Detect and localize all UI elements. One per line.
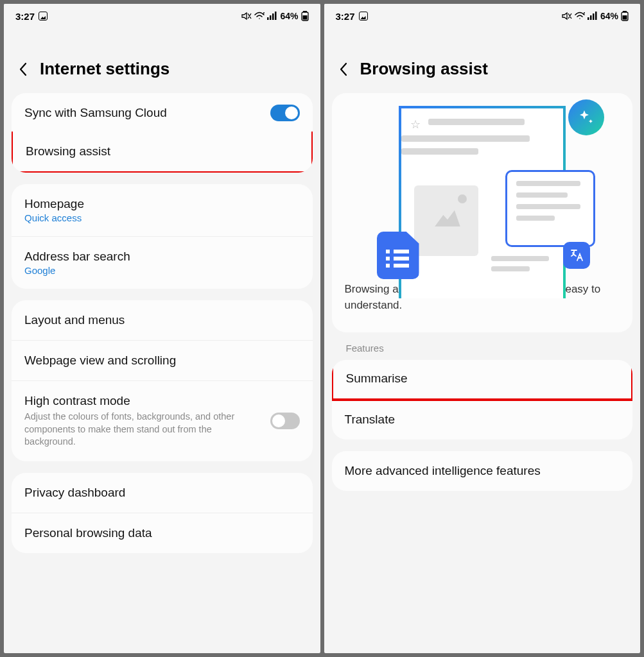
- features-header: Features: [332, 339, 633, 360]
- high-contrast-desc: Adjust the colours of fonts, backgrounds…: [24, 411, 236, 448]
- browsing-assist-row[interactable]: Browsing assist: [12, 132, 313, 173]
- more-features-label: More advanced intelligence features: [345, 464, 620, 478]
- webpage-view-label: Webpage view and scrolling: [24, 354, 300, 368]
- high-contrast-toggle[interactable]: [270, 413, 300, 429]
- summarise-label: Summarise: [346, 371, 619, 386]
- chevron-left-icon: [19, 62, 28, 76]
- sync-toggle[interactable]: [270, 105, 300, 121]
- svg-rect-12: [590, 15, 592, 20]
- wifi-icon: [254, 12, 265, 21]
- status-bar: 3:27 64%: [4, 4, 320, 28]
- homepage-label: Homepage: [24, 197, 300, 211]
- high-contrast-label: High contrast mode: [24, 394, 300, 408]
- status-time: 3:27: [15, 11, 35, 22]
- personal-row[interactable]: Personal browsing data: [12, 513, 313, 553]
- more-features-row[interactable]: More advanced intelligence features: [332, 451, 633, 491]
- translate-icon: [563, 242, 590, 269]
- illustration: ☆: [345, 99, 620, 273]
- battery-text: 64%: [600, 11, 618, 21]
- page-header: Internet settings: [4, 28, 320, 93]
- page-title: Browsing assist: [360, 59, 488, 79]
- privacy-label: Privacy dashboard: [24, 486, 300, 500]
- illustration-summary-panel: [505, 170, 595, 247]
- signal-icon: [587, 12, 598, 21]
- homepage-value: Quick access: [24, 212, 300, 223]
- translate-label: Translate: [345, 413, 620, 427]
- right-screenshot: 3:27 64% Browsing assist ☆: [324, 4, 641, 653]
- svg-rect-11: [587, 17, 589, 20]
- status-time: 3:27: [336, 11, 355, 22]
- settings-group-1: Sync with Samsung Cloud Browsing assist: [12, 93, 313, 173]
- more-group: More advanced intelligence features: [332, 451, 633, 491]
- svg-point-0: [263, 12, 265, 13]
- sync-label: Sync with Samsung Cloud: [24, 106, 300, 120]
- wifi-icon: [575, 12, 585, 21]
- settings-group-3: Layout and menus Webpage view and scroll…: [12, 300, 313, 461]
- document-icon: [377, 232, 419, 279]
- svg-rect-13: [593, 13, 595, 20]
- translate-row[interactable]: Translate: [332, 400, 633, 439]
- layout-row[interactable]: Layout and menus: [12, 300, 313, 340]
- signal-icon: [267, 12, 277, 21]
- personal-label: Personal browsing data: [24, 526, 300, 540]
- webpage-view-row[interactable]: Webpage view and scrolling: [12, 340, 313, 380]
- svg-point-9: [584, 12, 585, 13]
- back-button[interactable]: [336, 62, 351, 77]
- notification-image-icon: [39, 12, 48, 21]
- back-button[interactable]: [15, 62, 31, 77]
- homepage-row[interactable]: Homepage Quick access: [12, 184, 313, 236]
- privacy-row[interactable]: Privacy dashboard: [12, 473, 313, 513]
- address-bar-row[interactable]: Address bar search Google: [12, 236, 313, 289]
- svg-rect-5: [275, 12, 277, 20]
- address-bar-label: Address bar search: [24, 250, 300, 264]
- high-contrast-row[interactable]: High contrast mode Adjust the colours of…: [12, 380, 313, 461]
- status-bar: 3:27 64%: [324, 4, 641, 28]
- svg-rect-17: [623, 15, 627, 20]
- svg-rect-8: [302, 15, 307, 20]
- battery-text: 64%: [280, 11, 298, 21]
- sparkle-icon: [568, 99, 604, 135]
- address-bar-value: Google: [24, 265, 300, 276]
- notification-image-icon: [359, 12, 368, 21]
- mute-icon: [562, 12, 572, 21]
- svg-rect-2: [267, 17, 269, 20]
- left-screenshot: 3:27 64% Internet settings Sync with Sam…: [4, 4, 320, 653]
- star-icon: ☆: [410, 117, 421, 132]
- settings-group-2: Homepage Quick access Address bar search…: [12, 184, 313, 289]
- svg-rect-4: [272, 13, 274, 20]
- battery-icon: [621, 11, 629, 21]
- settings-group-4: Privacy dashboard Personal browsing data: [12, 473, 313, 553]
- sync-row[interactable]: Sync with Samsung Cloud: [12, 93, 313, 133]
- svg-point-1: [263, 13, 264, 15]
- svg-rect-14: [595, 12, 597, 20]
- browsing-assist-label: Browsing assist: [26, 144, 299, 158]
- summarise-row[interactable]: Summarise: [332, 360, 633, 401]
- page-title: Internet settings: [40, 59, 170, 79]
- page-header: Browsing assist: [324, 28, 641, 93]
- svg-point-10: [583, 13, 584, 15]
- mute-icon: [241, 12, 252, 21]
- feature-intro-card: ☆ Browsing assist makes content on web: [332, 93, 633, 332]
- chevron-left-icon: [339, 62, 348, 76]
- layout-label: Layout and menus: [24, 313, 300, 327]
- battery-icon: [301, 11, 309, 21]
- features-group: Summarise Translate: [332, 360, 633, 439]
- illustration-image-placeholder: [414, 185, 478, 256]
- svg-rect-3: [270, 15, 272, 20]
